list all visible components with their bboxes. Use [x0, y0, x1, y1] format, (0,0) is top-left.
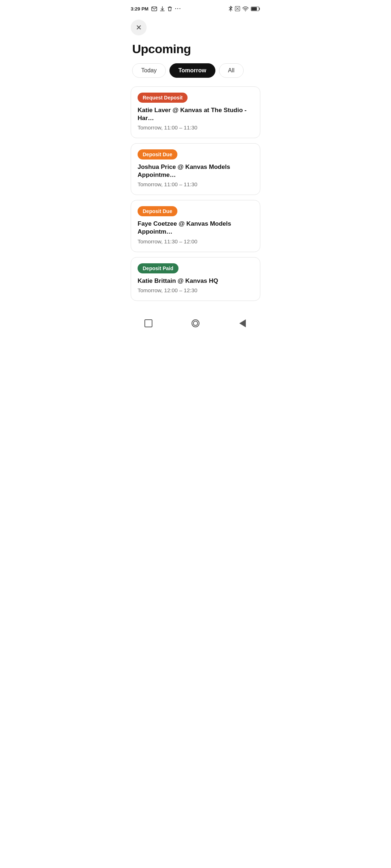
svg-rect-4 [252, 7, 257, 10]
appointment-time: Tomorrow, 12:00 – 12:30 [138, 287, 253, 293]
tab-tomorrow[interactable]: Tomorrow [169, 63, 215, 78]
close-button[interactable]: ✕ [131, 20, 147, 35]
download-icon [160, 6, 165, 12]
appointment-card[interactable]: Request Deposit Katie Laver @ Kanvas at … [131, 86, 260, 138]
tab-all[interactable]: All [219, 63, 244, 78]
time-display: 3:29 PM [131, 6, 148, 12]
filter-tabs: Today Tomorrow All [125, 63, 266, 86]
badge-deposit-due-2: Deposit Due [138, 206, 177, 216]
appointment-card[interactable]: Deposit Paid Katie Brittain @ Kanvas HQ … [131, 257, 260, 301]
back-icon [239, 319, 246, 327]
battery-icon [251, 7, 260, 11]
status-bar: 3:29 PM ··· [125, 0, 266, 16]
bluetooth-icon [228, 6, 233, 12]
badge-deposit-due: Deposit Due [138, 149, 177, 159]
appointment-time: Tomorrow, 11:00 – 11:30 [138, 124, 253, 131]
appointment-name: Faye Coetzee @ Kanvas Models Appointm… [138, 220, 253, 236]
status-left: 3:29 PM ··· [131, 6, 181, 12]
nav-back-button[interactable] [235, 315, 251, 331]
appointment-name: Katie Laver @ Kanvas at The Studio - Har… [138, 106, 253, 122]
appointment-time: Tomorrow, 11:00 – 11:30 [138, 181, 253, 187]
appointment-time: Tomorrow, 11:30 – 12:00 [138, 238, 253, 244]
appointment-name: Joshua Price @ Kanvas Models Appointme… [138, 163, 253, 179]
wifi-icon [242, 7, 249, 11]
tab-today[interactable]: Today [132, 63, 166, 78]
svg-point-2 [245, 10, 246, 11]
close-icon: ✕ [136, 24, 142, 31]
badge-deposit-paid: Deposit Paid [138, 263, 178, 273]
appointments-list: Request Deposit Katie Laver @ Kanvas at … [125, 86, 266, 301]
mail-icon [151, 7, 157, 11]
appointment-card[interactable]: Deposit Due Joshua Price @ Kanvas Models… [131, 143, 260, 195]
badge-request-deposit: Request Deposit [138, 93, 188, 103]
home-icon [144, 319, 152, 327]
nav-bar [125, 310, 266, 339]
more-icon: ··· [175, 6, 181, 12]
nav-home-button[interactable] [140, 315, 156, 331]
x-icon [235, 6, 240, 11]
nav-circle-button[interactable] [188, 315, 203, 331]
delete-icon [168, 6, 172, 12]
appointment-card[interactable]: Deposit Due Faye Coetzee @ Kanvas Models… [131, 200, 260, 252]
appointment-name: Katie Brittain @ Kanvas HQ [138, 277, 253, 285]
status-right [228, 6, 260, 12]
page-title: Upcoming [125, 39, 266, 63]
circle-icon [192, 319, 199, 327]
